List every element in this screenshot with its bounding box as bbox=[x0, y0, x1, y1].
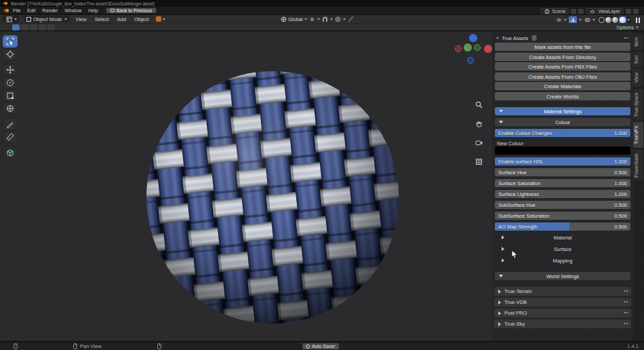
add-cube-tool[interactable] bbox=[3, 147, 18, 159]
axis-y-icon[interactable] bbox=[464, 43, 472, 52]
new-view-layer-icon[interactable] bbox=[626, 9, 631, 14]
enable-surface-hsl-slider[interactable]: Enable surface HSL1.000 bbox=[495, 157, 630, 166]
tab-true-space[interactable]: True-Space bbox=[633, 89, 643, 120]
ao-map-strength-slider[interactable]: AO Map Strength0.500 bbox=[495, 222, 630, 231]
select-subtract-mode[interactable] bbox=[30, 24, 37, 31]
subsurface-hue-slider[interactable]: SubSurface Hue0.500 bbox=[495, 201, 630, 209]
world-settings-header[interactable]: World Settings bbox=[495, 272, 630, 280]
tab-powersave[interactable]: PowerSave bbox=[633, 150, 643, 181]
menu-file[interactable]: File bbox=[9, 8, 24, 13]
enable-colour-changes-slider[interactable]: Enable Colour Changes1.000 bbox=[495, 129, 630, 137]
chevron-down-icon bbox=[330, 18, 333, 20]
proportional-editing-toggle[interactable] bbox=[335, 16, 346, 23]
create-assets-directory-button[interactable]: Create Assets From Directory bbox=[495, 53, 630, 61]
pivot-selector[interactable] bbox=[309, 16, 320, 23]
select-invert-mode[interactable] bbox=[39, 24, 46, 31]
viewport-3d[interactable]: True Assets Mark assets from this file C… bbox=[0, 31, 644, 341]
object-visibility-icon[interactable] bbox=[555, 17, 562, 24]
scale-tool[interactable] bbox=[3, 90, 18, 102]
blender-menu-icon[interactable] bbox=[3, 7, 9, 14]
annotate-tool[interactable] bbox=[3, 118, 18, 130]
material-shading-icon[interactable] bbox=[612, 17, 618, 23]
collapse-icon bbox=[499, 275, 503, 277]
expand-icon bbox=[498, 290, 501, 294]
axis-z-icon[interactable] bbox=[469, 34, 477, 42]
navigation-gizmo[interactable] bbox=[451, 31, 492, 69]
menu-window[interactable]: Window bbox=[61, 8, 85, 13]
falloff-icon[interactable] bbox=[348, 16, 355, 23]
pause-icon[interactable] bbox=[636, 18, 640, 23]
create-assets-obj-button[interactable]: Create Assets From OBJ Files bbox=[495, 73, 630, 81]
woven-sphere-object[interactable] bbox=[145, 70, 400, 325]
mouse-right-icon bbox=[157, 343, 161, 349]
true-terrain-panel[interactable]: True-Terrain bbox=[494, 287, 631, 296]
new-scene-icon[interactable] bbox=[578, 9, 584, 14]
subsurface-saturation-slider[interactable]: SubSurface Saturation0.500 bbox=[495, 212, 630, 220]
pan-hand-icon[interactable] bbox=[475, 118, 483, 130]
tab-truevfx[interactable]: TrueVFX bbox=[633, 122, 643, 148]
true-sky-panel[interactable]: True-Sky bbox=[494, 319, 631, 328]
zoom-icon[interactable] bbox=[475, 99, 483, 111]
measure-tool[interactable] bbox=[3, 131, 18, 143]
transform-tool[interactable] bbox=[3, 102, 18, 115]
mode-selector[interactable]: Object Mode bbox=[24, 16, 70, 22]
axis-y-neg-icon[interactable] bbox=[474, 44, 481, 51]
select-set-mode[interactable] bbox=[12, 24, 20, 31]
axis-z-neg-icon[interactable] bbox=[467, 57, 474, 64]
axis-x-neg-icon[interactable] bbox=[455, 45, 462, 52]
show-overlays-toggle[interactable] bbox=[584, 17, 590, 24]
axis-x-icon[interactable] bbox=[484, 45, 492, 53]
wireframe-shading-icon[interactable] bbox=[599, 17, 605, 23]
snap-toggle[interactable] bbox=[322, 16, 333, 23]
new-colour-swatch[interactable] bbox=[495, 147, 630, 155]
title-bar: Blender [/The/KaSiGoogle_blur_folder/The… bbox=[0, 0, 644, 7]
collapse-icon bbox=[499, 121, 503, 123]
tab-item[interactable]: Item bbox=[633, 34, 643, 50]
asset-file-icon bbox=[531, 35, 538, 41]
remove-view-layer-icon[interactable] bbox=[633, 9, 639, 14]
menu-view[interactable]: View bbox=[72, 16, 91, 22]
scene-selector[interactable]: Scene bbox=[540, 8, 569, 14]
back-to-previous-button[interactable]: Back to Previous bbox=[106, 7, 157, 14]
true-assets-panel-header[interactable]: True Assets bbox=[494, 33, 631, 43]
options-dropdown[interactable]: Options bbox=[616, 24, 639, 31]
panel-options-dots[interactable] bbox=[624, 37, 628, 39]
menu-add[interactable]: Add bbox=[113, 16, 130, 22]
camera-view-icon[interactable] bbox=[475, 137, 483, 149]
move-tool[interactable] bbox=[3, 64, 18, 76]
chevron-down-icon bbox=[579, 19, 582, 21]
true-vdb-panel[interactable]: True-VDB bbox=[494, 298, 631, 307]
menu-select[interactable]: Select bbox=[91, 16, 113, 22]
ortho-toggle-icon[interactable] bbox=[475, 156, 483, 168]
menu-edit[interactable]: Edit bbox=[24, 8, 39, 13]
menu-object[interactable]: Object bbox=[130, 16, 153, 22]
editor-type-selector[interactable] bbox=[3, 16, 20, 22]
view-layer-selector[interactable]: ViewLayer bbox=[586, 8, 624, 14]
colour-section-header[interactable]: Colour bbox=[495, 118, 630, 126]
surface-lightness-slider[interactable]: Surface Lightness1.000 bbox=[495, 190, 630, 198]
solid-shading-icon[interactable] bbox=[605, 17, 611, 23]
panel-title: True Assets bbox=[502, 35, 528, 41]
select-extend-mode[interactable] bbox=[21, 24, 28, 31]
create-worlds-button[interactable]: Create Worlds bbox=[495, 92, 630, 100]
surface-hue-slider[interactable]: Surface Hue0.500 bbox=[495, 168, 630, 176]
post-pro-panel[interactable]: Post PRO bbox=[494, 309, 631, 317]
material-settings-header[interactable]: Material Settings bbox=[495, 107, 630, 115]
create-assets-fbx-button[interactable]: Create Assets From FBX Files bbox=[495, 62, 630, 71]
active-tool-icon[interactable] bbox=[156, 16, 161, 22]
cursor-tool[interactable] bbox=[3, 48, 18, 60]
rotate-tool[interactable] bbox=[3, 77, 18, 89]
material-subpanel[interactable]: Material bbox=[495, 233, 630, 241]
pin-scene-icon[interactable] bbox=[571, 9, 576, 14]
select-intersect-mode[interactable] bbox=[47, 24, 55, 31]
select-box-tool[interactable] bbox=[3, 35, 18, 47]
surface-saturation-slider[interactable]: Surface Saturation1.000 bbox=[495, 179, 630, 187]
mark-assets-button[interactable]: Mark assets from this file bbox=[495, 43, 630, 51]
tab-view[interactable]: View bbox=[633, 69, 643, 86]
tab-tool[interactable]: Tool bbox=[633, 52, 643, 68]
drag-dots-icon bbox=[624, 290, 628, 292]
orientation-selector[interactable]: Global bbox=[280, 16, 307, 23]
menu-help[interactable]: Help bbox=[85, 8, 101, 13]
menu-render[interactable]: Render bbox=[39, 8, 61, 13]
create-materials-button[interactable]: Create Materials bbox=[495, 82, 630, 90]
